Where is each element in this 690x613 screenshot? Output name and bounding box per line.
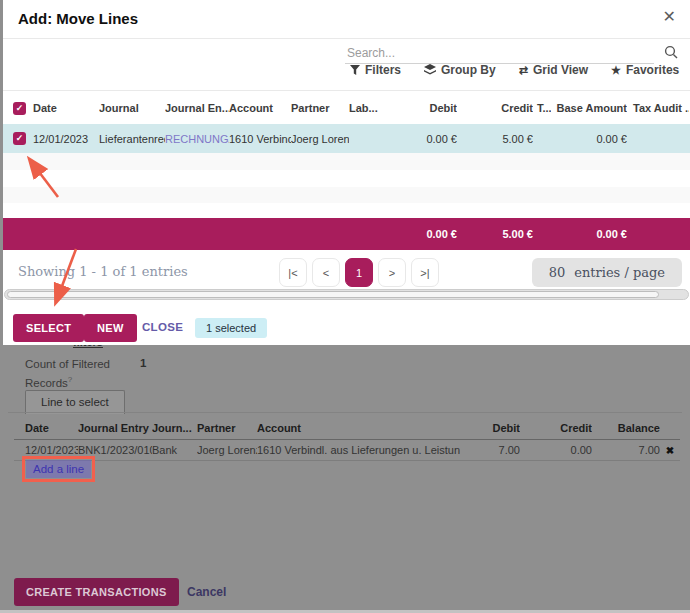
cell-credit: 0.00 xyxy=(520,444,592,456)
cell-journal-entry-link[interactable]: RECHNUNG/20 xyxy=(165,133,229,145)
col-balance: Balance xyxy=(592,422,660,434)
col-credit[interactable]: Credit xyxy=(457,102,533,114)
next-page-button[interactable]: > xyxy=(378,258,406,287)
total-base-amount: 0.00 € xyxy=(551,228,627,240)
search-input[interactable]: Search... xyxy=(345,42,654,64)
prev-page-button[interactable]: < xyxy=(312,258,340,287)
last-page-button[interactable]: >| xyxy=(411,258,439,287)
add-move-lines-dialog: Add: Move Lines ✕ Search... Filters Grou… xyxy=(3,0,690,345)
cell-partner: Joerg Lorenz xyxy=(291,133,349,145)
add-a-line-link[interactable]: Add a line xyxy=(26,460,91,478)
lines-table: Date Journal Entry Journ... Partner Acco… xyxy=(14,416,680,461)
grid-view-button[interactable]: ⇄ Grid View xyxy=(519,63,588,77)
delete-row-icon[interactable]: ✖ xyxy=(660,445,680,456)
cell-account: 1610 Verbindl. aus Lieferungen u. Leistu… xyxy=(257,444,460,456)
cell-journal: Bank xyxy=(152,444,197,456)
col-date[interactable]: Date xyxy=(33,102,99,114)
search-placeholder: Search... xyxy=(345,42,654,60)
cell-base-amount: 0.00 € xyxy=(551,133,627,145)
selected-count-badge: 1 selected xyxy=(195,318,267,338)
count-of-filtered-records-value: 1 xyxy=(140,357,146,369)
col-label[interactable]: Lab... xyxy=(349,102,397,114)
page-1-button[interactable]: 1 xyxy=(345,258,373,287)
scrollbar-thumb[interactable] xyxy=(7,291,659,298)
close-icon[interactable]: ✕ xyxy=(663,7,676,26)
cell-journal: Lieferantenrech xyxy=(99,133,165,145)
entries-per-page-selector[interactable]: 80 entries / page xyxy=(532,258,682,287)
first-page-button[interactable]: |< xyxy=(279,258,307,287)
clipped-background-text: filters xyxy=(73,345,103,351)
tab-divider xyxy=(8,412,682,413)
cell-journal-entry: BNK1/2023/0101 xyxy=(78,444,152,456)
select-all-checkbox[interactable]: ✓ xyxy=(13,102,26,115)
pager: |< < 1 > >| xyxy=(279,258,439,287)
horizontal-scrollbar[interactable] xyxy=(4,289,689,300)
empty-row xyxy=(3,153,690,170)
empty-row xyxy=(3,170,690,187)
entries-per-page-value: 80 xyxy=(549,265,566,280)
grid-view-icon: ⇄ xyxy=(519,64,528,77)
filters-button[interactable]: Filters xyxy=(350,63,401,77)
close-button[interactable]: CLOSE xyxy=(142,321,183,333)
entries-per-page-label: entries / page xyxy=(574,265,665,280)
col-tax[interactable]: T... xyxy=(533,102,551,114)
divider xyxy=(3,90,690,91)
select-button[interactable]: SELECT xyxy=(13,314,84,342)
move-line-row-selected[interactable]: ✓ 12/01/2023 Lieferantenrech RECHNUNG/20… xyxy=(3,124,690,153)
favorites-button[interactable]: ★ Favorites xyxy=(611,63,679,77)
filter-icon xyxy=(350,65,360,76)
cell-account: 1610 Verbindl. aus xyxy=(229,133,291,145)
new-button[interactable]: NEW xyxy=(84,314,137,342)
create-transactions-button[interactable]: CREATE TRANSACTIONS xyxy=(14,578,179,606)
cancel-link[interactable]: Cancel xyxy=(187,585,226,599)
cell-date: 12/01/2023 xyxy=(25,444,78,456)
dialog-title: Add: Move Lines xyxy=(18,10,138,27)
group-by-icon xyxy=(424,64,436,76)
count-of-filtered-records-label: Count of Filtered Records? xyxy=(25,357,129,391)
tab-line-to-select[interactable]: Line to select xyxy=(25,390,125,414)
group-by-button[interactable]: Group By xyxy=(424,63,496,77)
col-partner: Partner xyxy=(197,422,257,434)
row-checkbox[interactable]: ✓ xyxy=(13,132,26,145)
col-account: Account xyxy=(257,422,460,434)
search-controls: Filters Group By ⇄ Grid View ★ Favorites xyxy=(350,63,679,77)
empty-row xyxy=(3,187,690,203)
lines-table-header: Date Journal Entry Journ... Partner Acco… xyxy=(14,416,680,440)
col-date: Date xyxy=(25,422,78,434)
star-icon: ★ xyxy=(611,64,621,77)
cell-debit: 7.00 xyxy=(460,444,520,456)
col-debit[interactable]: Debit xyxy=(397,102,457,114)
totals-bar: 0.00 € 5.00 € 0.00 € xyxy=(3,218,690,250)
col-debit: Debit xyxy=(460,422,520,434)
add-a-line-annotation-box: Add a line xyxy=(22,456,95,482)
cell-balance: 7.00 xyxy=(592,444,660,456)
col-journal-entry[interactable]: Journal En... xyxy=(165,102,229,114)
col-base-amount[interactable]: Base Amount xyxy=(551,102,627,114)
divider xyxy=(3,38,690,39)
cell-credit: 5.00 € xyxy=(457,133,533,145)
cell-partner: Joerg Lorenz xyxy=(197,444,257,456)
showing-entries-text: Showing 1 - 1 of 1 entries xyxy=(18,264,188,279)
col-journal[interactable]: Journal xyxy=(99,102,165,114)
table-row[interactable]: 12/01/2023 BNK1/2023/0101 Bank Joerg Lor… xyxy=(14,440,680,461)
help-icon: ? xyxy=(68,375,72,384)
cell-date: 12/01/2023 xyxy=(33,133,99,145)
col-journal: Journ... xyxy=(152,422,197,434)
total-credit: 5.00 € xyxy=(457,228,533,240)
col-journal-entry: Journal Entry xyxy=(78,422,152,434)
empty-row xyxy=(3,203,690,218)
col-account[interactable]: Account xyxy=(229,102,291,114)
total-debit: 0.00 € xyxy=(397,228,457,240)
col-tax-audit[interactable]: Tax Audit ... xyxy=(627,102,689,114)
search-icon[interactable] xyxy=(664,45,678,59)
cell-debit: 0.00 € xyxy=(397,133,457,145)
col-partner[interactable]: Partner xyxy=(291,102,349,114)
move-lines-table-header: ✓ Date Journal Journal En... Account Par… xyxy=(3,92,690,124)
col-credit: Credit xyxy=(520,422,592,434)
